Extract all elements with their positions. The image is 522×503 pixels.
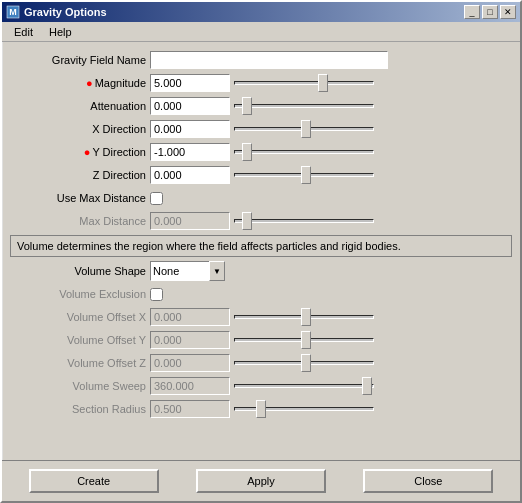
volume-offset-z-input-group — [150, 354, 512, 372]
close-button[interactable]: ✕ — [500, 5, 516, 19]
y-direction-slider-track[interactable] — [234, 150, 374, 154]
y-direction-label: ● Y Direction — [10, 146, 150, 158]
magnitude-label: ● Magnitude — [10, 77, 150, 89]
z-direction-row: Z Direction — [10, 165, 512, 185]
section-radius-input[interactable] — [150, 400, 230, 418]
volume-info-text: Volume determines the region where the f… — [17, 240, 401, 252]
max-distance-slider-track[interactable] — [234, 219, 374, 223]
volume-exclusion-checkbox[interactable] — [150, 288, 163, 301]
magnitude-input[interactable] — [150, 74, 230, 92]
volume-offset-y-slider-track[interactable] — [234, 338, 374, 342]
attenuation-input-group — [150, 97, 512, 115]
use-max-distance-label: Use Max Distance — [10, 192, 150, 204]
volume-offset-x-slider-track[interactable] — [234, 315, 374, 319]
menu-edit[interactable]: Edit — [6, 24, 41, 40]
volume-shape-dropdown-arrow[interactable]: ▼ — [209, 261, 225, 281]
gravity-field-name-row: Gravity Field Name — [10, 50, 512, 70]
volume-shape-label: Volume Shape — [10, 265, 150, 277]
volume-offset-y-thumb[interactable] — [301, 331, 311, 349]
main-window: M Gravity Options _ □ ✕ Edit Help Gravit… — [0, 0, 522, 503]
x-direction-slider-track[interactable] — [234, 127, 374, 131]
magnitude-input-group — [150, 74, 512, 92]
volume-offset-x-row: Volume Offset X — [10, 307, 512, 327]
section-radius-row: Section Radius — [10, 399, 512, 419]
attenuation-input[interactable] — [150, 97, 230, 115]
magnitude-slider-track[interactable] — [234, 81, 374, 85]
attenuation-slider-thumb[interactable] — [242, 97, 252, 115]
close-button[interactable]: Close — [363, 469, 493, 493]
volume-offset-y-input-group — [150, 331, 512, 349]
x-direction-label: X Direction — [10, 123, 150, 135]
volume-offset-z-slider-track[interactable] — [234, 361, 374, 365]
content-area: Gravity Field Name ● Magnitude Attenuati… — [2, 42, 520, 460]
maximize-button[interactable]: □ — [482, 5, 498, 19]
volume-offset-x-slider-area — [230, 315, 512, 319]
apply-button[interactable]: Apply — [196, 469, 326, 493]
use-max-distance-row: Use Max Distance — [10, 188, 512, 208]
attenuation-label: Attenuation — [10, 100, 150, 112]
z-direction-input-group — [150, 166, 512, 184]
max-distance-input[interactable] — [150, 212, 230, 230]
volume-offset-z-slider-area — [230, 361, 512, 365]
y-direction-input[interactable] — [150, 143, 230, 161]
volume-offset-z-thumb[interactable] — [301, 354, 311, 372]
attenuation-row: Attenuation — [10, 96, 512, 116]
section-radius-slider-area — [230, 407, 512, 411]
x-direction-slider-area — [230, 127, 512, 131]
volume-offset-z-input[interactable] — [150, 354, 230, 372]
y-direction-slider-thumb[interactable] — [242, 143, 252, 161]
volume-shape-select[interactable]: None Cube Sphere Cylinder Cone — [150, 261, 210, 281]
volume-sweep-thumb[interactable] — [362, 377, 372, 395]
z-direction-label: Z Direction — [10, 169, 150, 181]
window-icon: M — [6, 5, 20, 19]
magnitude-slider-thumb[interactable] — [318, 74, 328, 92]
create-button[interactable]: Create — [29, 469, 159, 493]
menubar: Edit Help — [2, 22, 520, 42]
volume-offset-x-input[interactable] — [150, 308, 230, 326]
z-direction-input[interactable] — [150, 166, 230, 184]
volume-offset-z-label: Volume Offset Z — [10, 357, 150, 369]
x-direction-row: X Direction — [10, 119, 512, 139]
use-max-distance-checkbox[interactable] — [150, 192, 163, 205]
gravity-field-name-input[interactable] — [150, 51, 388, 69]
volume-shape-row: Volume Shape None Cube Sphere Cylinder C… — [10, 261, 512, 281]
max-distance-label: Max Distance — [10, 215, 150, 227]
attenuation-slider-area — [230, 104, 512, 108]
x-direction-slider-thumb[interactable] — [301, 120, 311, 138]
volume-offset-x-label: Volume Offset X — [10, 311, 150, 323]
max-distance-input-group — [150, 212, 512, 230]
volume-exclusion-label: Volume Exclusion — [10, 288, 150, 300]
z-direction-slider-thumb[interactable] — [301, 166, 311, 184]
z-direction-slider-track[interactable] — [234, 173, 374, 177]
volume-sweep-input[interactable] — [150, 377, 230, 395]
title-bar-buttons: _ □ ✕ — [464, 5, 516, 19]
x-direction-input[interactable] — [150, 120, 230, 138]
volume-exclusion-row: Volume Exclusion — [10, 284, 512, 304]
section-radius-slider-track[interactable] — [234, 407, 374, 411]
magnitude-slider-area — [230, 81, 512, 85]
section-radius-thumb[interactable] — [256, 400, 266, 418]
y-direction-input-group — [150, 143, 512, 161]
y-direction-row: ● Y Direction — [10, 142, 512, 162]
volume-offset-y-input[interactable] — [150, 331, 230, 349]
minimize-button[interactable]: _ — [464, 5, 480, 19]
attenuation-slider-track[interactable] — [234, 104, 374, 108]
volume-offset-y-row: Volume Offset Y — [10, 330, 512, 350]
section-radius-label: Section Radius — [10, 403, 150, 415]
volume-offset-x-thumb[interactable] — [301, 308, 311, 326]
section-radius-input-group — [150, 400, 512, 418]
bottom-buttons: Create Apply Close — [2, 460, 520, 501]
window-title: Gravity Options — [24, 6, 464, 18]
max-distance-slider-area — [230, 219, 512, 223]
max-distance-row: Max Distance — [10, 211, 512, 231]
gravity-field-name-label: Gravity Field Name — [10, 54, 150, 66]
menu-help[interactable]: Help — [41, 24, 80, 40]
max-distance-slider-thumb[interactable] — [242, 212, 252, 230]
volume-sweep-slider-track[interactable] — [234, 384, 374, 388]
volume-shape-select-group: None Cube Sphere Cylinder Cone ▼ — [150, 261, 225, 281]
volume-sweep-input-group — [150, 377, 512, 395]
volume-offset-y-slider-area — [230, 338, 512, 342]
volume-sweep-row: Volume Sweep — [10, 376, 512, 396]
volume-sweep-slider-area — [230, 384, 512, 388]
volume-sweep-label: Volume Sweep — [10, 380, 150, 392]
